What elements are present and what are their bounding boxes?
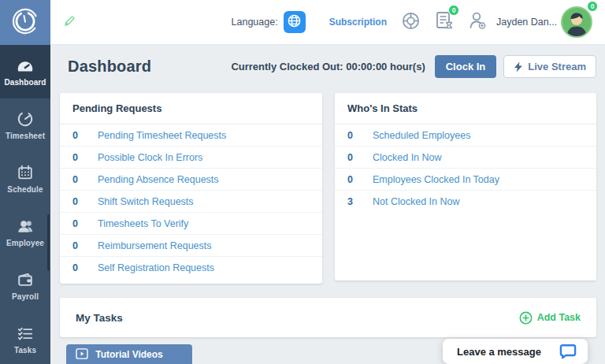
sidebar: Dashboard Timesheet Sched <box>0 0 50 364</box>
language-globe-button[interactable] <box>284 11 306 33</box>
stat-link[interactable]: Shift Switch Requests <box>98 196 194 207</box>
live-stream-label: Live Stream <box>528 61 586 72</box>
stat-link[interactable]: Employees Clocked In Today <box>373 174 499 185</box>
edit-pencil-icon[interactable] <box>63 14 76 31</box>
stat-link[interactable]: Self Registration Requests <box>98 262 214 273</box>
page-titlebar: Dashboard Currently Clocked Out: 00:00:0… <box>50 45 605 88</box>
stats-row-clocked-in-now[interactable]: 0 Clocked In Now <box>335 147 596 169</box>
whos-in-stats-panel: Who's In Stats 0 Scheduled Employees 0 C… <box>335 93 596 280</box>
pending-row-shift-switch[interactable]: 0 Shift Switch Requests <box>60 191 322 213</box>
stat-count: 0 <box>72 196 90 207</box>
language-label: Language: <box>232 17 278 28</box>
stat-count: 0 <box>72 152 90 163</box>
top-header: Language: Subscription <box>50 0 605 45</box>
globe-icon <box>287 13 302 32</box>
stat-count: 0 <box>72 130 90 141</box>
sidebar-item-label: Tasks <box>14 346 36 355</box>
panel-title: Who's In Stats <box>335 93 596 124</box>
app-window: Dashboard Timesheet Sched <box>0 0 605 364</box>
sidebar-item-dashboard[interactable]: Dashboard <box>0 45 50 98</box>
person-plus-icon <box>468 10 487 34</box>
stat-count: 0 <box>72 174 90 185</box>
tutorial-videos-label: Tutorial Videos <box>95 349 163 360</box>
sidebar-item-label: Timesheet <box>6 132 45 140</box>
header-actions: Language: Subscription <box>232 6 605 38</box>
pending-row-reimbursement[interactable]: 0 Reimbursement Requests <box>60 235 322 257</box>
add-task-button[interactable]: Add Task <box>519 311 581 325</box>
stat-count: 0 <box>72 262 90 273</box>
bolt-icon <box>514 61 523 72</box>
page-title: Dashboard <box>68 58 151 76</box>
stats-row-scheduled[interactable]: 0 Scheduled Employees <box>335 124 596 147</box>
stat-count: 0 <box>72 240 90 251</box>
stat-link[interactable]: Scheduled Employees <box>373 130 470 141</box>
panel-title: Pending Requests <box>60 93 322 124</box>
sidebar-scrollbar[interactable] <box>47 214 50 271</box>
sidebar-item-payroll[interactable]: Payroll <box>0 259 50 313</box>
pending-requests-panel: Pending Requests 0 Pending Timesheet Req… <box>60 93 322 284</box>
app-logo[interactable] <box>0 0 50 45</box>
sidebar-item-employee[interactable]: Employee <box>0 206 50 259</box>
clock-status-text: Currently Clocked Out: 00:00:00 hour(s) <box>231 61 425 72</box>
help-button[interactable] <box>401 11 421 34</box>
checklist-icon <box>17 325 34 342</box>
chat-launcher[interactable]: Leave a message <box>443 339 588 364</box>
pending-row-absence[interactable]: 0 Pending Absence Requests <box>60 169 322 191</box>
sidebar-item-label: Schedule <box>7 185 43 194</box>
my-tasks-title: My Tasks <box>76 312 123 324</box>
stat-link[interactable]: Clocked In Now <box>373 152 442 163</box>
add-task-label: Add Task <box>537 312 581 323</box>
notification-badge: 0 <box>448 5 459 16</box>
plus-circle-icon <box>519 311 533 325</box>
pending-row-clock-errors[interactable]: 0 Possible Clock In Errors <box>60 147 322 169</box>
pending-row-self-registration[interactable]: 0 Self Registration Requests <box>60 257 322 279</box>
sidebar-item-label: Payroll <box>12 292 39 301</box>
stats-row-clocked-in-today[interactable]: 0 Employees Clocked In Today <box>335 169 596 191</box>
stat-link[interactable]: Timesheets To Verify <box>98 218 188 229</box>
my-tasks-panel: My Tasks Add Task <box>60 298 596 337</box>
wallet-icon <box>17 271 34 288</box>
video-icon <box>76 348 88 362</box>
live-stream-button[interactable]: Live Stream <box>503 55 596 78</box>
stat-count: 3 <box>347 196 365 207</box>
add-employee-button[interactable] <box>468 10 487 34</box>
user-avatar[interactable]: 0 <box>561 6 592 38</box>
people-icon <box>17 217 35 235</box>
stat-link[interactable]: Pending Absence Requests <box>98 174 219 185</box>
pending-documents-button[interactable]: 0 <box>435 10 454 34</box>
stat-link[interactable]: Pending Timesheet Requests <box>98 130 226 141</box>
stat-link[interactable]: Reimbursement Requests <box>98 240 212 251</box>
stats-row-not-clocked-in[interactable]: 3 Not Clocked In Now <box>335 191 596 213</box>
calendar-icon <box>17 164 34 181</box>
pending-row-verify[interactable]: 0 Timesheets To Verify <box>60 213 322 235</box>
stat-count: 0 <box>72 218 90 229</box>
clock-in-button[interactable]: Clock In <box>435 55 497 78</box>
tutorial-videos-button[interactable]: Tutorial Videos <box>66 344 192 364</box>
gauge-icon <box>16 57 35 74</box>
sidebar-item-label: Employee <box>6 239 44 247</box>
pending-row-timesheet[interactable]: 0 Pending Timesheet Requests <box>60 124 322 147</box>
titlebar-actions: Currently Clocked Out: 00:00:00 hour(s) … <box>231 55 605 78</box>
user-name[interactable]: Jayden Dan... <box>496 17 553 28</box>
stat-count: 0 <box>347 152 365 163</box>
avatar-image <box>561 6 592 38</box>
clock-icon <box>17 110 34 128</box>
sidebar-item-tasks[interactable]: Tasks <box>0 313 50 364</box>
avatar-badge: 0 <box>587 1 598 12</box>
subscription-link[interactable]: Subscription <box>329 17 387 28</box>
chat-message-label: Leave a message <box>457 346 541 358</box>
sidebar-item-label: Dashboard <box>4 78 46 87</box>
sidebar-item-schedule[interactable]: Schedule <box>0 152 50 206</box>
clock-logo-icon <box>10 6 40 39</box>
stat-count: 0 <box>347 174 365 185</box>
stat-count: 0 <box>347 130 365 141</box>
stat-link[interactable]: Possible Clock In Errors <box>98 152 202 163</box>
sidebar-item-timesheet[interactable]: Timesheet <box>0 98 50 152</box>
chat-bubble-icon <box>559 344 577 359</box>
stat-link[interactable]: Not Clocked In Now <box>373 196 459 207</box>
lifering-icon <box>401 11 421 34</box>
